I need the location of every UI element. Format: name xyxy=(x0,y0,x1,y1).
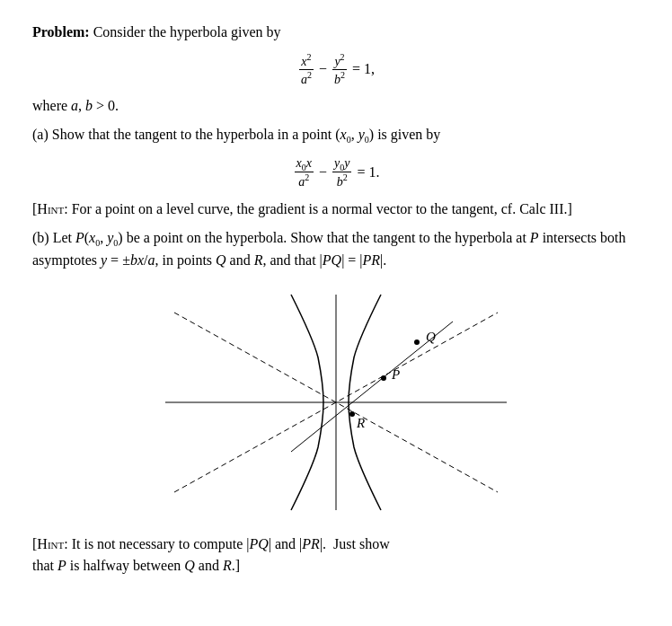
fraction-x0x-a2: x0x a2 xyxy=(295,156,314,190)
tangent-equation: x0x a2 − y0y b2 = 1. xyxy=(32,156,640,190)
point-P xyxy=(381,375,386,381)
label-Q: Q xyxy=(426,330,436,344)
part-a: (a) Show that the tangent to the hyperbo… xyxy=(32,124,640,146)
problem-label: Problem: xyxy=(32,24,90,40)
part-b-label: (b) xyxy=(32,230,49,245)
point-R xyxy=(349,411,355,417)
fraction-y0y-b2: y0y b2 xyxy=(332,156,351,190)
hyperbola-diagram: Q P R xyxy=(147,286,525,519)
part-a-label: (a) xyxy=(32,127,49,142)
fraction-x2-a2: x2 a2 xyxy=(299,52,314,86)
label-P: P xyxy=(391,367,400,382)
intro-text: Consider the hyperbola given by xyxy=(93,24,281,40)
point-Q xyxy=(414,339,420,345)
part-b: (b) Let P(x0, y0) be a point on the hype… xyxy=(32,227,640,271)
hyperbola-equation: x2 a2 − y2 b2 = 1, xyxy=(32,52,640,86)
hint-a: [Hint: For a point on a level curve, the… xyxy=(32,198,640,220)
label-R: R xyxy=(356,416,365,430)
hint-b: [Hint: It is not necessary to compute |P… xyxy=(32,533,640,577)
diagram: Q P R xyxy=(32,286,640,519)
fraction-y2-b2: y2 b2 xyxy=(332,52,347,86)
where-text: where a, b > 0. xyxy=(32,95,640,117)
problem-intro: Problem: Consider the hyperbola given by xyxy=(32,22,640,43)
